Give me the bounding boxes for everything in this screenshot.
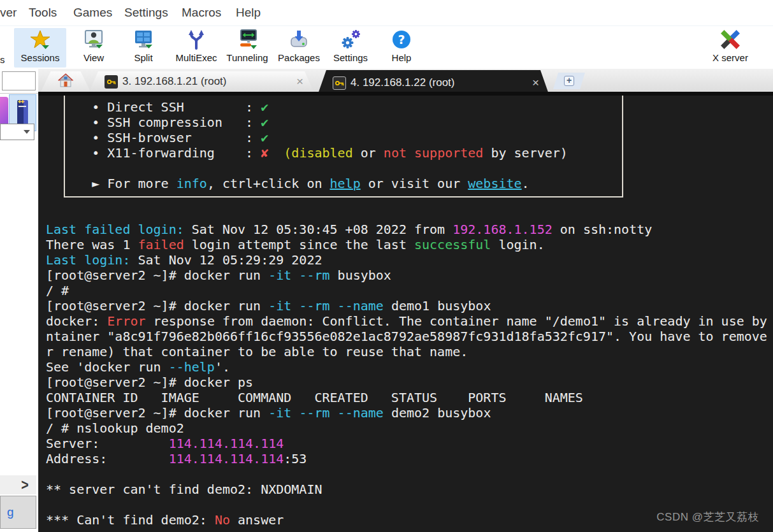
- terminal-text: successful: [414, 237, 491, 252]
- remote-session-icon: [17, 100, 28, 126]
- tab-close-icon[interactable]: ×: [293, 75, 307, 89]
- sessions-star-icon: [30, 28, 50, 51]
- tab-session-3[interactable]: 3. 192.168.1.21 (root) ×: [89, 71, 314, 92]
- settings-gears-icon: [340, 28, 361, 51]
- terminal-text: [root@server2 ~]# docker ps: [46, 375, 253, 390]
- tab-close-icon[interactable]: ×: [528, 76, 543, 90]
- menu-item-settings[interactable]: Settings: [124, 6, 168, 20]
- sessions-button[interactable]: Sessions: [14, 28, 66, 68]
- multiexec-label: MultiExec: [175, 52, 217, 63]
- terminal-line: Server: 114.114.114.114: [46, 436, 767, 451]
- terminal-line: ** server can't find demo2: NXDOMAIN: [46, 482, 767, 497]
- tab-label: 4. 192.168.1.22 (root): [350, 76, 455, 89]
- tab-home[interactable]: [41, 71, 90, 92]
- terminal-text: -it: [268, 268, 291, 283]
- terminal-text: --help: [169, 359, 215, 375]
- toolbar-partial-label: s: [0, 54, 5, 65]
- terminal-text: or: [353, 145, 384, 161]
- sidebar-divider: [0, 93, 38, 94]
- terminal-line: Last login: Sat Nov 12 05:29:29 2022: [46, 252, 767, 268]
- terminal-text: response from daemon: Conflict. The cont…: [146, 313, 767, 329]
- split-label: Split: [134, 52, 152, 63]
- view-button[interactable]: View: [75, 28, 112, 68]
- terminal-text: , ctrl+click on: [207, 176, 330, 191]
- toolbar: s Sessions View Split MultiExec: [0, 25, 773, 69]
- menu-item-macros[interactable]: Macros: [182, 6, 221, 20]
- terminal-line: [root@server2 ~]# docker run -it --rm bu…: [46, 268, 767, 283]
- tunneling-monitor-icon: [237, 28, 257, 51]
- terminal-line: [46, 191, 767, 206]
- terminal-link[interactable]: help: [330, 176, 361, 191]
- terminal-text: 192.168.1.152: [452, 222, 553, 237]
- terminal-text: answer: [230, 512, 284, 528]
- packages-button[interactable]: Packages: [278, 28, 320, 68]
- terminal-text: ✔: [261, 115, 268, 130]
- sidebar-search-input[interactable]: [2, 71, 36, 90]
- menu-item-help[interactable]: Help: [236, 6, 261, 20]
- terminal-text: demo2 busybox: [384, 405, 491, 421]
- split-button[interactable]: Split: [126, 28, 161, 68]
- terminal-text: Last failed login:: [46, 222, 184, 237]
- terminal-line: ► For more info, ctrl+click on help or v…: [46, 176, 767, 191]
- packages-label: Packages: [278, 52, 320, 63]
- home-icon: [58, 73, 73, 90]
- terminal-line: [root@server2 ~]# docker ps: [46, 375, 767, 390]
- terminal-text: • SSH compression :: [46, 115, 261, 130]
- help-button[interactable]: ? Help: [386, 28, 417, 68]
- terminal-text: login.: [491, 237, 544, 252]
- terminal-text: [root@server2 ~]# docker run: [46, 298, 268, 313]
- terminal-text: [268, 145, 284, 161]
- terminal-line: • SSH-browser : ✔: [46, 130, 767, 145]
- left-sidebar: > g: [0, 69, 38, 532]
- terminal-text: Sat Nov 12 05:30:45 +08 2022 from: [184, 222, 452, 237]
- tunneling-button[interactable]: Tunneling: [224, 28, 270, 68]
- terminal-text: --rm: [299, 298, 329, 313]
- terminal-text: / #: [46, 283, 69, 298]
- terminal-text: (disabled: [284, 145, 352, 161]
- terminal-link[interactable]: website: [468, 176, 521, 191]
- settings-button[interactable]: Settings: [330, 28, 371, 68]
- key-icon: [333, 76, 346, 90]
- terminal-text: failed: [138, 237, 184, 252]
- sidebar-bottom-button[interactable]: g: [0, 496, 36, 529]
- terminal-text: • X11-forwarding :: [46, 145, 261, 161]
- terminal-line: [root@server2 ~]# docker run -it --rm --…: [46, 405, 767, 421]
- terminal-line: [46, 466, 767, 482]
- view-label: View: [83, 52, 104, 63]
- terminal-line: • X11-forwarding : ✘ (disabled or not su…: [46, 145, 767, 161]
- tab-bar: 3. 192.168.1.21 (root) × 4. 192.168.1.22…: [38, 69, 773, 96]
- terminal-text: [291, 298, 299, 313]
- help-label: Help: [392, 52, 412, 63]
- sidebar-expand-button[interactable]: >: [0, 475, 36, 494]
- terminal-line: / #: [46, 283, 767, 298]
- terminal-panel[interactable]: • Direct SSH : ✔ • SSH compression : ✔ •…: [38, 96, 773, 532]
- terminal-line: Address: 114.114.114.114:53: [46, 451, 767, 466]
- terminal-text: Sat Nov 12 05:29:29 2022: [130, 252, 322, 268]
- terminal-text: --rm: [299, 268, 329, 283]
- menu-item-games[interactable]: Games: [73, 6, 112, 20]
- new-tab-button[interactable]: +: [553, 73, 585, 89]
- terminal-text: [330, 298, 338, 313]
- terminal-line: Last failed login: Sat Nov 12 05:30:45 +…: [46, 222, 767, 237]
- tab-label: 3. 192.168.1.21 (root): [122, 75, 227, 88]
- terminal-text: [291, 405, 299, 421]
- terminal-text: --rm: [299, 405, 329, 421]
- menu-item-xserver-partial[interactable]: ver: [0, 6, 17, 20]
- terminal-text: [291, 268, 299, 283]
- terminal-text: ✔: [261, 130, 268, 145]
- menu-item-tools[interactable]: Tools: [29, 6, 57, 20]
- sidebar-dropdown[interactable]: [0, 124, 34, 140]
- terminal-text: Last login:: [46, 252, 130, 268]
- plus-icon: +: [564, 76, 574, 86]
- xserver-button[interactable]: X server: [707, 28, 753, 68]
- split-monitor-icon: [133, 28, 154, 51]
- settings-label: Settings: [333, 52, 368, 63]
- packages-drive-icon: [289, 28, 309, 51]
- multiexec-button[interactable]: MultiExec: [172, 28, 220, 68]
- terminal-text: .: [522, 176, 530, 191]
- terminal-text: *** Can't find demo2:: [46, 512, 215, 528]
- terminal-text: -it: [268, 405, 291, 421]
- terminal-line: • SSH compression : ✔: [46, 115, 767, 130]
- terminal-text: docker:: [46, 313, 107, 329]
- terminal-line: docker: Error response from daemon: Conf…: [46, 313, 767, 329]
